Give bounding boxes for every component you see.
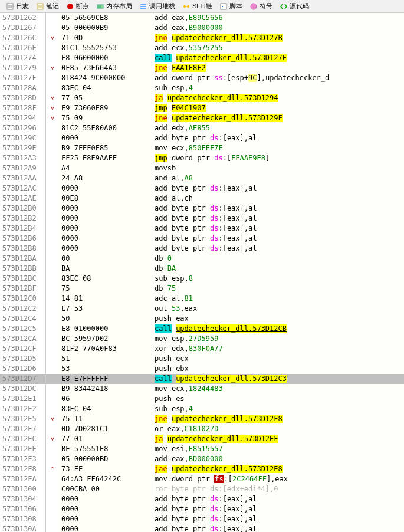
disasm-row[interactable]: 573D127F818424 9C000000add dword ptr ss:… [0,73,404,83]
disasm-row[interactable]: 573D12C2E7 53out 53,eax [0,304,404,314]
disasm-row[interactable]: 573D12B20000add byte ptr ds:[eax],al [0,214,404,224]
mnemonic: jno [155,34,167,42]
mnemonic: sub [155,84,167,92]
jump-arrow-gutter: v [46,93,59,103]
mnemonic: jne [155,415,167,423]
disasm-row[interactable]: 573D12AA24 A8and al,A8 [0,173,404,183]
disasm-row[interactable]: 573D12E283EC 04sub esp,4 [0,404,404,414]
disassembly-view[interactable]: 573D126205 56569CE8add eax,E89C5656573D1… [0,13,404,532]
disasm-row[interactable]: 573D12C014 81adc al,81 [0,294,404,304]
mnemonic: add [155,495,167,503]
svg-point-14 [183,5,186,8]
disasm-row[interactable]: 573D126Cv71 0Djno updatechecker_dll.573D… [0,33,404,43]
disasm-row[interactable]: 573D126705 000000B9add eax,B9000000 [0,23,404,33]
disasm-row[interactable]: 573D129EB9 7FEF0F85mov ecx,850FEF7F [0,143,404,153]
tab-note[interactable]: 笔记 [32,2,63,11]
jump-arrow-gutter: v [46,414,59,424]
svg-point-7 [67,4,73,9]
tab-script[interactable]: 脚本 [216,2,246,11]
mnemonic: db [155,284,163,293]
tab-src[interactable]: 源代码 [276,2,313,11]
disasm-row[interactable]: 573D12D653push ebx [0,364,404,374]
instruction-column: sub esp,4 [152,404,404,414]
disasm-row[interactable]: 573D129C0000add byte ptr ds:[eax],al [0,133,404,143]
disasm-row[interactable]: 573D12D551push ecx [0,354,404,364]
jump-arrow-gutter: v [46,434,59,444]
disasm-row[interactable]: 573D12BF75db 75 [0,284,404,294]
disasm-row[interactable]: 573D12C5E8 01000000call updatechecker_dl… [0,324,404,334]
mnemonic: add [155,134,167,142]
disasm-row[interactable]: 573D12F305 000000BDadd eax,BD000000 [0,454,404,464]
disasm-row[interactable]: 573D12ECv77 01ja updatechecker_dll.573D1… [0,434,404,444]
disasm-row[interactable]: 573D128FvE9 73060F89jmp E04C1907 [0,103,404,113]
mnemonic: add [155,24,167,32]
disasm-row[interactable]: 573D1294v75 09jne updatechecker_dll.573D… [0,113,404,123]
disasm-row[interactable]: 573D12AE00E8add al,ch [0,193,404,203]
disasm-row[interactable]: 573D128A83EC 04sub esp,4 [0,83,404,93]
bytes-column: 83EC 04 [59,404,152,414]
address-column: 573D12B0 [0,203,46,214]
instruction-column: db 0 [152,254,404,264]
sym-icon [249,2,258,11]
disasm-row[interactable]: 573D126205 56569CE8add eax,E89C5656 [0,13,404,23]
disasm-row[interactable]: 573D1279v0F85 73E664A3jne FAA1F8F2 [0,63,404,73]
tab-seh[interactable]: SEH链 [179,2,216,11]
instruction-column: push ecx [152,354,404,364]
disasm-row[interactable]: 573D12A9A4movsb [0,163,404,173]
disasm-row[interactable]: 573D12FA64:A3 FF64242Cmov dword ptr fs:[… [0,474,404,484]
disasm-row[interactable]: 573D12E5v75 11jne updatechecker_dll.573D… [0,414,404,424]
disasm-row[interactable]: 573D12CF81F2 770A0F83xor edx,830F0A77 [0,344,404,354]
tab-bp[interactable]: 断点 [63,2,93,11]
instruction-column: add byte ptr ds:[eax],al [152,183,404,193]
disasm-row[interactable]: 573D1274E8 06000000call updatechecker_dl… [0,53,404,63]
instruction-column: jae updatechecker_dll.573D12E8 [152,464,404,474]
tab-sym[interactable]: 符号 [246,2,276,11]
disasm-row[interactable]: 573D13060000add byte ptr ds:[eax],al [0,504,404,514]
disasm-row[interactable]: 573D12A3FF25 E8E9AAFFjmp dword ptr ds:[F… [0,153,404,163]
tab-mem[interactable]: 内存布局 [93,2,136,11]
disasm-row[interactable]: 573D129681C2 55E80A00add edx,AE855 [0,123,404,133]
disasm-row[interactable]: 573D12B40000add byte ptr ds:[eax],al [0,224,404,234]
disasm-row[interactable]: 573D130A0000add byte ptr ds:[eax],al [0,524,404,532]
jump-arrow-gutter: ^ [46,464,59,474]
disasm-row[interactable]: 573D12BC83EC 08sub esp,8 [0,274,404,284]
disasm-row[interactable]: 573D12BA00db 0 [0,254,404,264]
tab-stack[interactable]: 调用堆栈 [136,2,179,11]
disasm-row[interactable]: 573D12DCB9 83442418mov ecx,18244483 [0,384,404,394]
mnemonic: mov [155,445,167,453]
disasm-row[interactable]: 573D12D7E8 E7FFFFFFcall updatechecker_dl… [0,374,404,384]
disasm-row[interactable]: 573D13040000add byte ptr ds:[eax],al [0,494,404,504]
tab-label: 断点 [76,2,89,11]
instruction-column: db 75 [152,284,404,294]
instruction-column: db BA [152,264,404,274]
address-column: 573D12C5 [0,324,46,334]
disasm-row[interactable]: 573D128Dv77 05ja updatechecker_dll.573D1… [0,93,404,103]
disasm-row[interactable]: 573D12C450push eax [0,314,404,324]
disasm-row[interactable]: 573D12F8^73 EEjae updatechecker_dll.573D… [0,464,404,474]
disasm-row[interactable]: 573D12AC0000add byte ptr ds:[eax],al [0,183,404,193]
disasm-row[interactable]: 573D12E70D 7D0281C1or eax,C181027D [0,424,404,434]
address-column: 573D1267 [0,23,46,33]
disasm-row[interactable]: 573D13080000add byte ptr ds:[eax],al [0,514,404,524]
bytes-column: 53 [59,364,152,374]
disasm-row[interactable]: 573D1300C00CBA 00ror byte ptr ds:[edx+ed… [0,484,404,494]
address-column: 573D12EE [0,444,46,454]
jump-arrow-gutter: v [46,113,59,123]
disasm-row[interactable]: 573D12E106push es [0,394,404,404]
tab-label: 源代码 [290,2,309,11]
instruction-column: call updatechecker_dll.573D12CB [152,324,404,334]
tab-label: 脚本 [229,2,242,11]
disasm-row[interactable]: 573D12B00000add byte ptr ds:[eax],al [0,203,404,214]
address-column: 573D12AE [0,193,46,203]
disasm-row[interactable]: 573D12CABC 59597D02mov esp,27D5959 [0,334,404,344]
address-column: 573D12C2 [0,304,46,314]
disasm-row[interactable]: 573D126E81C1 55525753add ecx,53575255 [0,43,404,53]
tab-log[interactable]: 日志 [2,2,32,11]
disasm-row[interactable]: 573D12BBBAdb BA [0,264,404,274]
disasm-row[interactable]: 573D12EEBE 575551E8mov esi,E8515557 [0,444,404,454]
disasm-row[interactable]: 573D12B60000add byte ptr ds:[eax],al [0,234,404,244]
disasm-row[interactable]: 573D12B80000add byte ptr ds:[eax],al [0,244,404,254]
mnemonic: mov [155,334,167,343]
instruction-column: add byte ptr ds:[eax],al [152,214,404,224]
bytes-column: 83EC 04 [59,83,152,93]
